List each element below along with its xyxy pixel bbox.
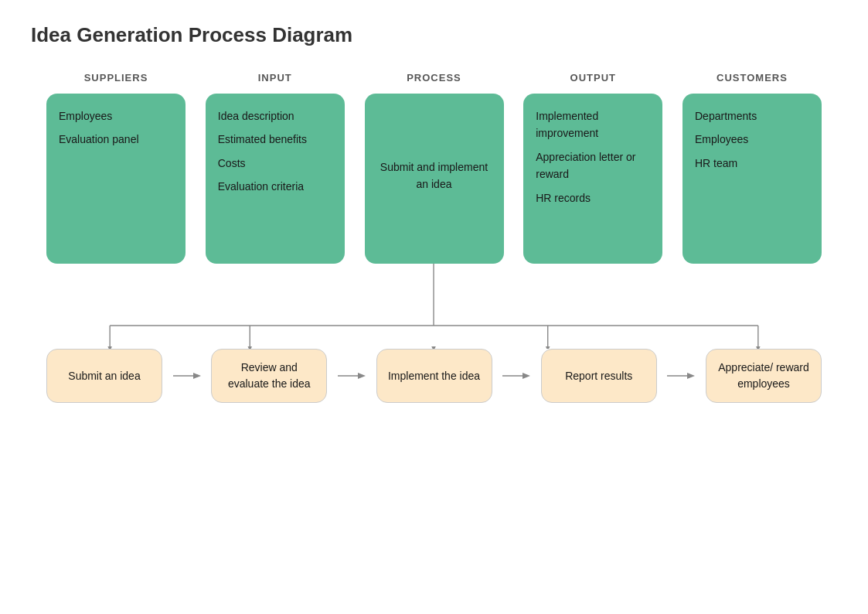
suppliers-box: Employees Evaluation panel [46, 94, 186, 264]
arrow-1 [173, 370, 201, 381]
col-output: OUTPUT [523, 70, 662, 84]
svg-marker-6 [107, 346, 112, 349]
flow-label-appreciate: Appreciate/ reward employees [717, 360, 810, 392]
col-process: PROCESS [365, 70, 504, 84]
header-process: PROCESS [407, 72, 461, 84]
flow-box-submit: Submit an idea [46, 349, 162, 403]
output-item-1: Appreciation letter or reward [536, 148, 650, 183]
svg-marker-9 [546, 346, 550, 349]
process-box: Submit and implement an idea [365, 94, 504, 264]
connector-area [31, 264, 837, 349]
header-input: INPUT [258, 72, 292, 84]
suppliers-item-0: Employees [59, 107, 173, 125]
flow-box-implement: Implement the idea [376, 349, 492, 403]
arrow-svg-4 [667, 370, 695, 381]
arrow-svg-2 [338, 370, 366, 381]
svg-marker-18 [687, 373, 695, 379]
arrow-4 [667, 370, 695, 381]
input-box: Idea description Estimated benefits Cost… [206, 94, 345, 264]
col-suppliers: SUPPLIERS [46, 70, 186, 84]
input-item-1: Estimated benefits [218, 131, 332, 148]
input-item-3: Evaluation criteria [218, 178, 332, 195]
col-input: INPUT [206, 70, 345, 84]
svg-marker-16 [523, 373, 530, 379]
col-customers: CUSTOMERS [682, 70, 822, 84]
header-output: OUTPUT [570, 72, 616, 84]
page: Idea Generation Process Diagram SUPPLIER… [0, 0, 868, 614]
customers-item-2: HR team [695, 155, 809, 172]
svg-marker-8 [431, 346, 436, 349]
connector-svg [31, 264, 837, 349]
customers-box: Departments Employees HR team [682, 94, 822, 264]
arrow-2 [338, 370, 366, 381]
input-item-2: Costs [218, 155, 332, 172]
sipoc-headers: SUPPLIERS INPUT PROCESS OUTPUT CUSTOMERS [31, 70, 837, 84]
suppliers-item-1: Evaluation panel [59, 131, 173, 148]
svg-marker-12 [193, 373, 201, 379]
flow-box-report: Report results [541, 349, 657, 403]
svg-marker-10 [756, 346, 761, 349]
flow-box-appreciate: Appreciate/ reward employees [706, 349, 822, 403]
flow-label-report: Report results [565, 368, 632, 384]
arrow-3 [502, 370, 530, 381]
output-item-2: HR records [536, 189, 650, 206]
flow-label-implement: Implement the idea [388, 368, 480, 384]
page-title: Idea Generation Process Diagram [31, 23, 837, 47]
header-customers: CUSTOMERS [717, 72, 788, 84]
flow-box-review: Review and evaluate the idea [211, 349, 327, 403]
flow-label-submit: Submit an idea [68, 368, 140, 384]
process-item-0: Submit and implement an idea [377, 159, 492, 193]
output-item-0: Implemented improvement [536, 107, 650, 142]
customers-item-1: Employees [695, 131, 809, 148]
output-box: Implemented improvement Appreciation let… [523, 94, 662, 264]
input-item-0: Idea description [218, 107, 332, 125]
arrow-svg-1 [173, 370, 201, 381]
flow-label-review: Review and evaluate the idea [223, 360, 315, 392]
header-suppliers: SUPPLIERS [84, 72, 148, 84]
arrow-svg-3 [502, 370, 530, 381]
green-boxes-row: Employees Evaluation panel Idea descript… [31, 94, 837, 264]
flow-boxes-row: Submit an idea Review and evaluate the i… [31, 349, 837, 403]
svg-marker-7 [247, 346, 252, 349]
svg-marker-14 [358, 373, 366, 379]
customers-item-0: Departments [695, 107, 809, 125]
